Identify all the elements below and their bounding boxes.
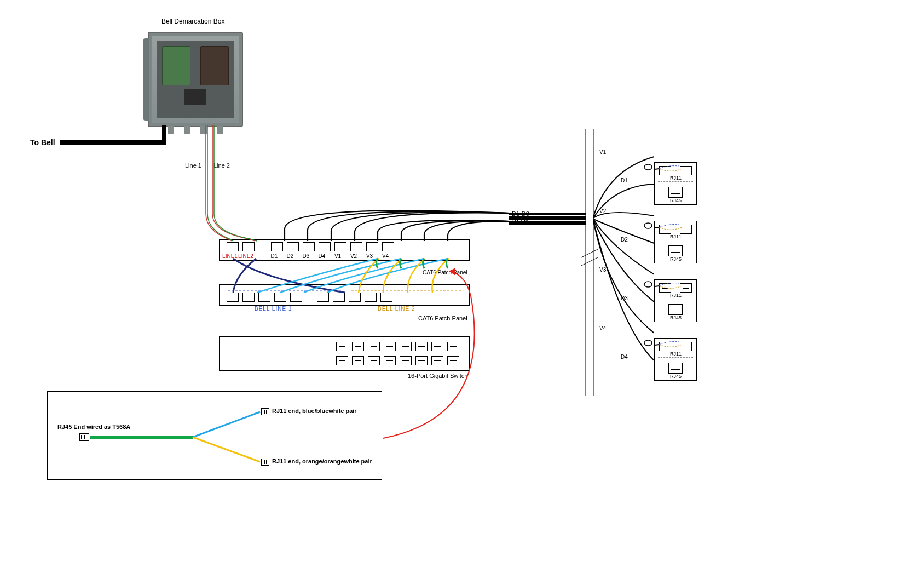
rj45-port	[668, 245, 683, 256]
fanout-v4: V4	[599, 325, 606, 331]
pp2-port-1	[227, 293, 239, 302]
svg-line-12	[581, 257, 598, 266]
rj11-port-a	[659, 283, 671, 293]
pp2-port-9	[365, 293, 377, 302]
rj11-port-b	[680, 283, 692, 293]
patch-panel-2	[219, 284, 470, 306]
fanout-v1: V1	[599, 149, 606, 155]
svg-point-8	[644, 340, 652, 346]
sw-ports-bot-8	[447, 356, 459, 365]
svg-point-6	[644, 223, 652, 228]
fanout-d3: D3	[621, 295, 628, 301]
wallplate-body: RJ11RJ45	[654, 279, 697, 322]
pp1-port-label-line2: LINE2	[238, 253, 254, 259]
legend-rj11-blue-label: RJ11 end, blue/bluewhite pair	[272, 408, 357, 414]
rj11-label: RJ11	[670, 351, 682, 357]
pp1-port-line2	[242, 242, 255, 251]
rj45-port	[668, 304, 683, 315]
rj45-label: RJ45	[670, 374, 682, 379]
fanout-v3: V3	[599, 267, 606, 273]
gigabit-switch	[219, 336, 470, 371]
svg-point-7	[644, 282, 652, 287]
pp2-port-8	[349, 293, 361, 302]
sw-ports-bot-4	[384, 356, 396, 365]
legend-box: RJ45 End wired as T568A RJ11 end, blue/b…	[47, 391, 382, 480]
legend-rj11-blue-icon	[261, 408, 269, 415]
diagram-stage: Bell Demarcation Box To Bell Line 1 Line…	[0, 0, 924, 573]
cat6-patch-panel-label: CAT6 Patch Panel	[418, 315, 467, 322]
pp1-port-label-d4: D4	[314, 253, 330, 259]
rj11-port-b	[680, 342, 692, 351]
sw-ports-bot-6	[415, 356, 428, 365]
patch-panel-1: LINE1LINE2D1D2D3D4V1V2V3V4	[219, 239, 470, 261]
svg-line-11	[581, 249, 598, 257]
sw-ports-top-3	[368, 342, 380, 351]
sw-ports-bot-5	[400, 356, 412, 365]
pp2-port-2	[242, 293, 255, 302]
pp1-port-line1	[227, 242, 239, 251]
wallplate-3: RJ11RJ45	[654, 279, 698, 322]
rj11-label: RJ11	[670, 234, 682, 239]
rj11-port-a	[659, 225, 671, 234]
pp1-port-label-v4: V4	[377, 253, 394, 259]
sw-ports-top-7	[431, 342, 443, 351]
demarcation-title: Bell Demarcation Box	[161, 18, 224, 25]
pp2-port-10	[380, 293, 392, 302]
sw-ports-bot-3	[368, 356, 380, 365]
rj45-label: RJ45	[670, 315, 682, 320]
pp1-port-label-d1: D1	[266, 253, 282, 259]
pp2-port-6	[317, 293, 329, 302]
to-bell-label: To Bell	[30, 138, 55, 147]
rj11-port-a	[659, 166, 671, 175]
pp1-port-v1	[334, 242, 347, 251]
demarcation-box	[148, 32, 243, 127]
pp2-port-5	[290, 293, 302, 302]
bell-line2-label: BELL LINE 2	[378, 306, 415, 312]
bundle-d-label: D1-D8	[512, 210, 529, 217]
pp1-port-label-d3: D3	[298, 253, 314, 259]
bundle-v-label: V1-V8	[512, 219, 529, 226]
fanout-d4: D4	[621, 354, 628, 360]
rj45-label: RJ45	[670, 198, 682, 203]
pp1-port-d1	[271, 242, 283, 251]
pp2-port-3	[258, 293, 270, 302]
sw-ports-top-1	[336, 342, 348, 351]
pp1-port-label-v2: V2	[345, 253, 362, 259]
legend-rj45-icon	[79, 433, 89, 441]
legend-rj45-label: RJ45 End wired as T568A	[57, 423, 130, 430]
line2-label: Line 2	[213, 162, 230, 169]
sw-ports-top-6	[415, 342, 428, 351]
rj11-port-b	[680, 225, 692, 234]
bell-line1-label: BELL LINE 1	[255, 306, 292, 312]
rj11-label: RJ11	[670, 293, 682, 298]
sw-ports-top-5	[400, 342, 412, 351]
legend-rj11-orange-icon	[261, 459, 269, 466]
rj45-port	[668, 363, 683, 374]
rj11-label: RJ11	[670, 175, 682, 181]
pp1-port-v2	[350, 242, 362, 251]
pp1-port-label-v3: V3	[361, 253, 378, 259]
wallplate-1: RJ11RJ45	[654, 162, 698, 205]
wallplate-body: RJ11RJ45	[654, 338, 697, 381]
pp1-port-v3	[366, 242, 378, 251]
pp1-port-label-v1: V1	[330, 253, 346, 259]
pp2-port-7	[333, 293, 345, 302]
sw-ports-top-4	[384, 342, 396, 351]
fanout-d2: D2	[621, 237, 628, 243]
pp1-port-label-line1: LINE1	[222, 253, 238, 259]
rj45-port	[668, 187, 683, 198]
legend-rj11-orange-label: RJ11 end, orange/orangewhite pair	[272, 458, 372, 465]
rj11-port-b	[680, 166, 692, 175]
pp1-port-d2	[287, 242, 299, 251]
sw-ports-top-2	[352, 342, 364, 351]
line1-label: Line 1	[185, 162, 201, 169]
pp1-port-d3	[303, 242, 315, 251]
pp1-port-label-d2: D2	[282, 253, 298, 259]
fanout-v2: V2	[599, 208, 606, 214]
svg-line-4	[193, 437, 260, 462]
sw-ports-bot-7	[431, 356, 443, 365]
wallplate-body: RJ11RJ45	[654, 221, 697, 263]
svg-line-3	[193, 412, 260, 437]
sw-ports-bot-1	[336, 356, 348, 365]
pp1-port-d4	[319, 242, 331, 251]
